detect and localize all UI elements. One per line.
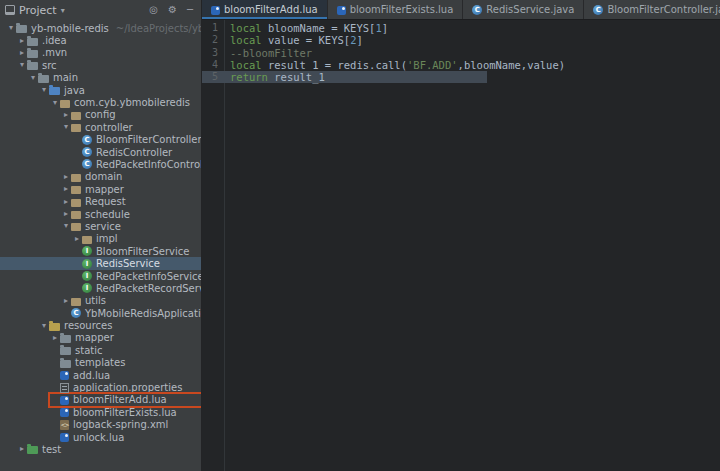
- tree-item-BloomFilterService[interactable]: IBloomFilterService: [0, 245, 201, 257]
- tree-item-label: mapper: [75, 332, 116, 343]
- chevron-down-icon[interactable]: ▾: [6, 22, 16, 34]
- code-text: local bloomName = KEYS[1]: [230, 22, 388, 34]
- tree-item-RedPacketInfoService[interactable]: IRedPacketInfoService: [0, 270, 201, 282]
- locate-file-icon[interactable]: ◎: [146, 0, 161, 20]
- code-line-2[interactable]: 2local value = KEYS[2]: [202, 34, 720, 46]
- hide-panel-icon[interactable]: ─: [184, 0, 196, 20]
- tree-item-content: IRedisService: [72, 258, 162, 270]
- tree-item-main[interactable]: ▾main: [0, 72, 201, 84]
- code-token: ]: [356, 34, 362, 46]
- chevron-right-icon[interactable]: ▸: [50, 332, 60, 344]
- tree-item-mapper[interactable]: ▸mapper: [0, 332, 201, 344]
- code-area[interactable]: 1local bloomName = KEYS[1]2local value =…: [202, 20, 720, 471]
- folder-res-icon: [49, 323, 60, 331]
- tree-item-unlock.lua[interactable]: unlock.lua: [0, 431, 201, 443]
- tree-item-yb-mobile-redis[interactable]: ▾yb-mobile-redis~/IdeaProjects/yb-mobile…: [0, 22, 201, 34]
- tree-item-RedisController[interactable]: CRedisController: [0, 146, 201, 158]
- tree-item-java[interactable]: ▾java: [0, 84, 201, 96]
- package-icon: [71, 186, 81, 194]
- tree-item-bloomFilterAdd.lua[interactable]: bloomFilterAdd.lua: [0, 394, 201, 406]
- tree-item-label: static: [75, 345, 104, 356]
- tree-item-utils[interactable]: ▸utils: [0, 295, 201, 307]
- editor-tab-BloomFilterController.java[interactable]: CBloomFilterController.java: [584, 0, 720, 19]
- tree-item-schedule[interactable]: ▸schedule: [0, 208, 201, 220]
- package-icon: [71, 298, 81, 306]
- chevron-right-icon[interactable]: ▸: [61, 295, 71, 307]
- chevron-down-icon[interactable]: ▾: [61, 6, 65, 15]
- line-number: 5: [202, 71, 224, 83]
- chevron-down-icon[interactable]: ▾: [61, 121, 71, 133]
- tree-indent: [0, 362, 50, 363]
- interface-icon: I: [82, 271, 92, 281]
- chevron-down-icon[interactable]: ▾: [17, 59, 27, 71]
- chevron-down-icon[interactable]: ▾: [39, 320, 49, 332]
- package-icon: [82, 236, 92, 244]
- tree-item-test[interactable]: ▸test: [0, 443, 201, 455]
- code-line-3[interactable]: 3--bloomFilter: [202, 47, 720, 59]
- tree-item-templates[interactable]: templates: [0, 357, 201, 369]
- tree-item-static[interactable]: static: [0, 344, 201, 356]
- class-icon: C: [82, 147, 92, 157]
- chevron-right-icon[interactable]: ▸: [17, 35, 27, 47]
- tree-item-domain[interactable]: ▸domain: [0, 171, 201, 183]
- tree-item-RedisService[interactable]: IRedisService: [0, 257, 201, 269]
- tree-item-mapper[interactable]: ▸mapper: [0, 183, 201, 195]
- tree-item-src[interactable]: ▾src: [0, 59, 201, 71]
- tree-item-resources[interactable]: ▾resources: [0, 319, 201, 331]
- project-panel: Project ▾ ◎ ⚙ ─ ▾yb-mobile-redis~/IdeaPr…: [0, 0, 202, 471]
- chevron-right-icon[interactable]: ▸: [72, 233, 82, 245]
- tree-indent: [0, 164, 72, 165]
- editor-tab-RedisService.java[interactable]: CRedisService.java: [463, 0, 584, 19]
- chevron-right-icon[interactable]: ▸: [17, 47, 27, 59]
- package-icon: [71, 211, 81, 219]
- chevron-down-icon[interactable]: ▾: [61, 220, 71, 232]
- chevron-right-icon[interactable]: ▸: [61, 109, 71, 121]
- tree-item-Request[interactable]: ▸Request: [0, 195, 201, 207]
- tree-indent: [0, 139, 72, 140]
- tree-item-.idea[interactable]: ▸.idea: [0, 34, 201, 46]
- code-line-4[interactable]: 4local result_1 = redis.call('BF.ADD',bl…: [202, 59, 720, 71]
- chevron-down-icon[interactable]: ▾: [50, 97, 60, 109]
- tab-label: bloomFilterExists.lua: [350, 4, 454, 15]
- tree-item-logback-spring.xml[interactable]: <>logback-spring.xml: [0, 419, 201, 431]
- tree-item-label: add.lua: [73, 370, 112, 381]
- tree-item-.mvn[interactable]: ▸.mvn: [0, 47, 201, 59]
- tree-indent: [0, 313, 61, 314]
- chevron-right-icon[interactable]: ▸: [61, 196, 71, 208]
- tree-item-com.cyb.ybmobileredis[interactable]: ▾com.cyb.ybmobileredis: [0, 96, 201, 108]
- settings-gear-icon[interactable]: ⚙: [165, 0, 180, 20]
- tree-item-add.lua[interactable]: add.lua: [0, 369, 201, 381]
- project-panel-title[interactable]: Project: [19, 4, 57, 17]
- tree-item-application.properties[interactable]: application.properties: [0, 381, 201, 393]
- tree-item-content: ▾src: [17, 59, 59, 71]
- chevron-right-icon[interactable]: ▸: [17, 443, 27, 455]
- chevron-down-icon[interactable]: ▾: [28, 72, 38, 84]
- folder-icon: [60, 347, 71, 355]
- code-token: 'BF.ADD': [407, 59, 458, 71]
- chevron-right-icon[interactable]: ▸: [61, 208, 71, 220]
- tree-item-RedPacketInfoController[interactable]: CRedPacketInfoController: [0, 158, 201, 170]
- tree-item-config[interactable]: ▸config: [0, 109, 201, 121]
- tree-item-YbMobileRedisApplication[interactable]: CYbMobileRedisApplication: [0, 307, 201, 319]
- line-number: 1: [202, 22, 224, 34]
- tree-item-impl[interactable]: ▸impl: [0, 233, 201, 245]
- tree-item-content: ▾main: [28, 72, 80, 84]
- chevron-down-icon[interactable]: ▾: [39, 84, 49, 96]
- tree-item-service[interactable]: ▾service: [0, 220, 201, 232]
- tree-item-bloomFilterExists.lua[interactable]: bloomFilterExists.lua: [0, 406, 201, 418]
- code-line-5[interactable]: 5return result_1: [202, 71, 720, 83]
- editor-tab-bloomFilterExists.lua[interactable]: bloomFilterExists.lua: [328, 0, 464, 19]
- editor-tab-bloomFilterAdd.lua[interactable]: bloomFilterAdd.lua: [202, 0, 328, 19]
- tree-item-controller[interactable]: ▾controller: [0, 121, 201, 133]
- chevron-right-icon[interactable]: ▸: [61, 171, 71, 183]
- chevron-right-icon[interactable]: ▸: [61, 183, 71, 195]
- tree-item-content: bloomFilterExists.lua: [50, 406, 179, 418]
- folder-icon: [27, 38, 38, 46]
- tree-item-BloomFilterController[interactable]: CBloomFilterController: [0, 134, 201, 146]
- lua-icon: [60, 396, 69, 405]
- package-icon: [71, 112, 81, 120]
- tree-item-label: YbMobileRedisApplication: [85, 308, 201, 319]
- code-line-1[interactable]: 1local bloomName = KEYS[1]: [202, 22, 720, 34]
- project-tool-window-icon[interactable]: [5, 5, 15, 15]
- tree-item-RedPacketRecordService[interactable]: IRedPacketRecordService: [0, 282, 201, 294]
